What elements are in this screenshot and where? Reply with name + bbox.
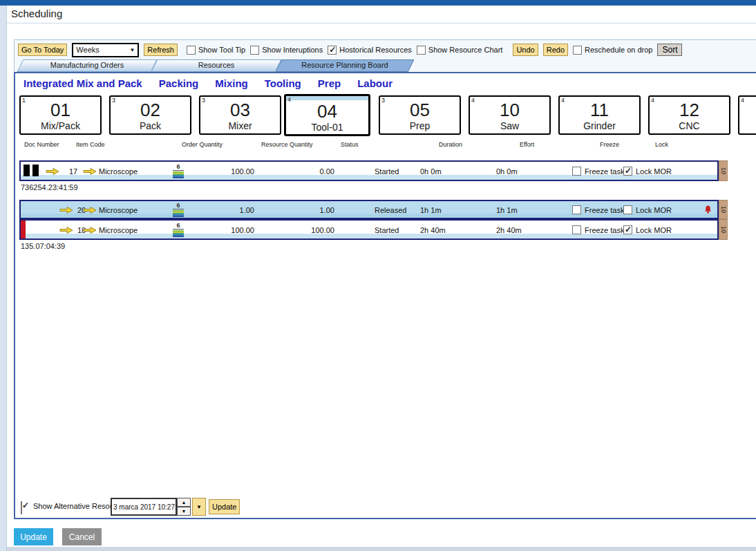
sort-button[interactable]: Sort — [657, 44, 682, 56]
cancel-button[interactable]: Cancel — [62, 528, 102, 545]
resource-card-name: Grinder — [560, 120, 639, 131]
resource-card-name: Mix/Pack — [21, 120, 100, 131]
show-interuptions-label: Show Interuptions — [262, 46, 323, 54]
resource-card-count: 4 — [561, 97, 565, 104]
tab-resources-label: Resources — [154, 59, 278, 71]
item-code: Microscope — [99, 206, 138, 214]
group-link-mixing[interactable]: Mixing — [215, 77, 248, 89]
freeze-task-checkbox[interactable] — [572, 167, 581, 176]
reschedule-on-drop-checkbox[interactable] — [573, 46, 582, 55]
freeze-task-checkbox[interactable] — [572, 205, 581, 214]
layers-badge-icon: 6 — [173, 223, 184, 237]
resource-card-name: Pack — [111, 120, 190, 131]
resource-card-01[interactable]: 1 01 Mix/Pack — [19, 95, 102, 135]
lock-mor-label: Lock MOR — [636, 167, 672, 176]
show-alternative-resources-checkbox[interactable] — [21, 501, 22, 514]
hostorical-resources-checkbox[interactable] — [328, 46, 337, 55]
resource-card-partial[interactable]: 4 — [738, 95, 756, 135]
row-tag: 10 — [719, 160, 728, 181]
resource-card-11[interactable]: 4 11 Grinder — [558, 95, 641, 135]
tab-resources[interactable]: Resources — [154, 59, 278, 72]
status-value: Started — [375, 226, 399, 234]
resource-card-05[interactable]: 3 05 Prep — [379, 95, 461, 135]
item-code: Microscope — [99, 167, 138, 176]
resource-card-name: Prep — [380, 120, 460, 131]
freeze-task-checkbox[interactable] — [572, 225, 581, 234]
column-header-resource-quantity: Resource Quantity — [261, 141, 313, 148]
resource-quantity: 100.00 — [279, 226, 334, 234]
resource-group-links: Integrated Mix and Pack Packing Mixing T… — [23, 77, 393, 89]
datetime-input[interactable]: 3 marca 2017 10:27:39 — [111, 498, 177, 516]
tab-bar: Manufacturing Orders Resources Resource … — [14, 59, 756, 72]
lock-mor-label: Lock MOR — [636, 226, 672, 234]
group-link-integrated-mix-and-pack[interactable]: Integrated Mix and Pack — [23, 77, 142, 89]
status-value: Started — [375, 167, 399, 176]
column-header-lock: Lock — [655, 141, 668, 148]
reschedule-on-drop-label: Reschedule on drop — [585, 46, 652, 54]
pause-icon — [32, 165, 39, 176]
resource-card-03[interactable]: 3 03 Mixer — [199, 95, 281, 135]
resource-card-count: 3 — [202, 97, 205, 104]
resource-card-04-selected[interactable]: 4 04 Tool-01 — [284, 94, 370, 136]
group-link-labour[interactable]: Labour — [357, 77, 393, 89]
show-tool-tip-checkbox[interactable] — [187, 46, 196, 55]
badge-stripes — [173, 230, 184, 237]
update-button[interactable]: Update — [14, 528, 53, 545]
layers-badge-icon: 6 — [173, 203, 184, 217]
effort-value: 2h 40m — [496, 226, 522, 234]
lock-mor-checkbox[interactable] — [623, 167, 632, 176]
hostorical-resources-option: Hostorical Resources — [328, 46, 412, 55]
group-link-tooling[interactable]: Tooling — [265, 77, 301, 89]
status-value: Released — [375, 206, 406, 214]
task-row-17[interactable]: 17 Microscope 6 100.00 0.00 Started 0h 0… — [19, 160, 719, 181]
resource-card-02[interactable]: 3 02 Pack — [109, 95, 191, 135]
group-link-prep[interactable]: Prep — [318, 77, 341, 89]
refresh-button[interactable]: Refresh — [144, 44, 178, 56]
task-row-18[interactable]: 18 Microscope 6 100.00 100.00 Started 2h… — [19, 219, 719, 240]
interval-select[interactable]: Weeks ▼ — [72, 43, 139, 57]
show-interuptions-checkbox[interactable] — [250, 46, 259, 55]
resource-card-10[interactable]: 4 10 Saw — [469, 95, 551, 135]
freeze-task-label: Freeze task — [585, 167, 624, 176]
resource-card-count: 4 — [741, 97, 744, 104]
column-header-item-code: Item Code — [76, 141, 105, 148]
group-link-packing[interactable]: Packing — [159, 77, 199, 89]
datetime-dropdown-button[interactable]: ▼ — [192, 498, 206, 516]
late-indicator-bar — [21, 221, 26, 239]
resource-card-code: 05 — [380, 101, 460, 119]
resource-quantity: 0.00 — [279, 167, 334, 176]
show-resource-chart-label: Show Resource Chart — [428, 46, 503, 54]
badge-count: 6 — [173, 203, 184, 209]
show-resource-chart-checkbox[interactable] — [417, 46, 426, 55]
doc-arrow-icon — [59, 206, 73, 214]
page-bottom-edge — [7, 547, 756, 551]
window-top-bar — [0, 0, 756, 6]
row-tag: 10 — [719, 219, 728, 240]
resource-card-code: 02 — [111, 101, 190, 119]
board-update-button[interactable]: Update — [209, 499, 240, 514]
resource-card-code: 12 — [650, 101, 729, 119]
resource-card-name: CNC — [650, 120, 729, 131]
spinner-up-button[interactable]: ▲ — [177, 498, 191, 507]
doc-arrow-icon — [59, 226, 73, 234]
doc-number: 17 — [69, 167, 77, 176]
undo-button[interactable]: Undo — [513, 44, 538, 56]
badge-count: 6 — [173, 223, 184, 230]
resource-card-12[interactable]: 4 12 CNC — [648, 95, 730, 135]
show-resource-chart-option: Show Resource Chart — [417, 46, 503, 55]
go-to-today-button[interactable]: Go To Today — [18, 44, 67, 56]
resource-card-code: 04 — [286, 102, 368, 120]
reschedule-on-drop-option: Reschedule on drop — [573, 46, 652, 55]
badge-stripes — [173, 171, 184, 178]
redo-button[interactable]: Redo — [543, 44, 568, 56]
lock-mor-checkbox[interactable] — [623, 205, 632, 214]
lock-mor-label: Lock MOR — [636, 206, 672, 214]
show-interuptions-option: Show Interuptions — [250, 46, 323, 55]
spinner-down-button[interactable]: ▼ — [177, 507, 191, 516]
task-row-20-selected[interactable]: 20 Microscope 6 1.00 1.00 Released 1h 1m… — [19, 200, 719, 219]
resource-card-name: Saw — [470, 120, 549, 131]
tab-manufacturing-orders[interactable]: Manufacturing Orders — [20, 59, 154, 72]
tab-resource-planning-board[interactable]: Resource Planning Board — [278, 59, 411, 72]
lock-mor-checkbox[interactable] — [623, 225, 632, 234]
column-header-duration: Duration — [439, 141, 462, 148]
